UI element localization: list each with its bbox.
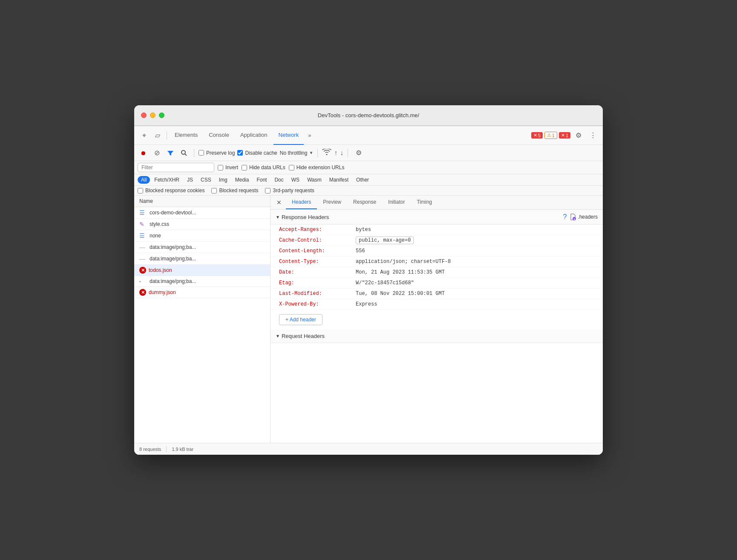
more-menu-button[interactable]: ⋮ [587, 129, 599, 142]
collapse-chevron[interactable]: ▼ [276, 215, 280, 219]
blocked-requests-checkbox[interactable] [211, 188, 217, 193]
clear-button[interactable]: ⊘ [151, 147, 162, 159]
request-headers-section: ▼ Request Headers [271, 329, 603, 343]
main-toolbar: ⌖ ▱ Elements Console Application Network… [134, 126, 603, 145]
type-css-button[interactable]: CSS [197, 176, 215, 184]
hide-data-checkbox[interactable] [242, 165, 247, 170]
section-header-left: ▼ Response Headers [276, 214, 329, 220]
header-name-cache-control: Cache-Control: [279, 237, 356, 243]
type-other-button[interactable]: Other [353, 176, 372, 184]
toolbar-right: ✕ 5 ⚠ 1 ✕ 1 ⚙ ⋮ [531, 129, 599, 142]
third-party-checkbox[interactable] [265, 188, 271, 193]
filter-input[interactable] [138, 163, 214, 172]
error-icon-5: ✕ [139, 267, 146, 274]
headers-file-text: .headers [578, 214, 598, 220]
type-ws-button[interactable]: WS [288, 176, 303, 184]
request-item-6[interactable]: ▪ data:image/png;ba... [134, 276, 270, 287]
preserve-log-label[interactable]: Preserve log [199, 150, 235, 156]
cursor-tool-button[interactable]: ⌖ [138, 129, 150, 142]
img-icon-4: — [139, 255, 147, 262]
maximize-button[interactable] [159, 113, 164, 118]
header-name-x-powered-by: X-Powered-By: [279, 301, 356, 307]
more-tabs-button[interactable]: » [305, 132, 314, 139]
tab-response[interactable]: Response [347, 196, 382, 209]
type-all-button[interactable]: All [138, 176, 150, 184]
upload-icon: ↑ [334, 149, 337, 157]
status-bar: 8 requests 1.9 kB trar [134, 443, 603, 455]
third-party-label[interactable]: 3rd-party requests [265, 188, 314, 193]
request-name-5: todos.json [149, 267, 265, 273]
close-button[interactable] [141, 113, 147, 118]
doc-icon-0: ☰ [139, 209, 147, 216]
request-item-4[interactable]: — data:image/png;ba... [134, 253, 270, 265]
hide-ext-label[interactable]: Hide extension URLs [289, 165, 345, 170]
tab-headers[interactable]: Headers [286, 196, 317, 209]
type-js-button[interactable]: JS [184, 176, 196, 184]
svg-text:●: ● [573, 218, 575, 220]
request-count: 8 requests [139, 447, 161, 452]
tab-application[interactable]: Application [235, 126, 273, 145]
request-item-0[interactable]: ☰ cors-demo-devtool... [134, 207, 270, 219]
tab-console[interactable]: Console [204, 126, 234, 145]
type-doc-button[interactable]: Doc [271, 176, 287, 184]
download-icon: ↓ [340, 149, 343, 157]
blocked-response-label[interactable]: Blocked response cookies [138, 188, 204, 193]
request-list-panel: Name ☰ cors-demo-devtool... ✎ style.css … [134, 196, 271, 443]
record-button[interactable]: ⏺ [138, 147, 149, 159]
search-button[interactable] [178, 147, 190, 159]
type-wasm-button[interactable]: Wasm [304, 176, 325, 184]
blocked-response-checkbox[interactable] [138, 188, 143, 193]
traffic-lights [141, 113, 164, 118]
request-item-5[interactable]: ✕ todos.json [134, 265, 270, 276]
filter-bar: Invert Hide data URLs Hide extension URL… [134, 161, 603, 174]
header-name-date: Date: [279, 269, 356, 275]
tab-initiator[interactable]: Initiator [382, 196, 411, 209]
invert-label[interactable]: Invert [218, 165, 238, 170]
blocked-response-text: Blocked response cookies [145, 188, 204, 193]
type-manifest-button[interactable]: Manifest [326, 176, 352, 184]
headers-file-link[interactable]: ● .headers [570, 214, 598, 220]
settings-button[interactable]: ⚙ [572, 129, 585, 142]
tab-timing[interactable]: Timing [411, 196, 438, 209]
help-icon[interactable]: ? [563, 213, 567, 221]
hide-ext-text: Hide extension URLs [297, 165, 345, 170]
transfer-size: 1.9 kB trar [172, 447, 193, 452]
titlebar: DevTools - cors-demo-devtools.glitch.me/ [134, 105, 603, 126]
hide-ext-checkbox[interactable] [289, 165, 294, 170]
header-name-content-type: Content-Type: [279, 259, 356, 265]
invert-checkbox[interactable] [218, 165, 223, 170]
header-name-content-length: Content-Length: [279, 248, 356, 254]
device-toolbar-button[interactable]: ▱ [151, 129, 164, 142]
type-media-button[interactable]: Media [232, 176, 253, 184]
disable-cache-label[interactable]: Disable cache [237, 150, 277, 156]
header-value-content-length: 556 [356, 248, 594, 254]
invert-text: Invert [225, 165, 238, 170]
req-collapse-chevron[interactable]: ▼ [276, 334, 280, 338]
type-font-button[interactable]: Font [253, 176, 270, 184]
disable-cache-checkbox[interactable] [237, 150, 243, 156]
request-item-3[interactable]: — data:image/png;ba... [134, 242, 270, 253]
network-toolbar: ⏺ ⊘ Preserve log Disable cache No thrott… [134, 145, 603, 161]
preserve-log-checkbox[interactable] [199, 150, 204, 156]
tab-elements[interactable]: Elements [170, 126, 203, 145]
tab-preview[interactable]: Preview [317, 196, 347, 209]
request-item-1[interactable]: ✎ style.css [134, 219, 270, 230]
header-value-date: Mon, 21 Aug 2023 11:53:35 GMT [356, 269, 594, 275]
minimize-button[interactable] [150, 113, 155, 118]
type-filter-bar: All Fetch/XHR JS CSS Img Media Font Doc … [134, 174, 603, 186]
filter-button[interactable] [165, 147, 176, 159]
type-img-button[interactable]: Img [216, 176, 231, 184]
request-item-7[interactable]: ✕ dummy.json [134, 287, 270, 298]
blocked-requests-label[interactable]: Blocked requests [211, 188, 258, 193]
type-fetch-button[interactable]: Fetch/XHR [151, 176, 183, 184]
header-row-cache-control: Cache-Control: public, max-age=0 [271, 235, 603, 246]
request-item-2[interactable]: ☰ none [134, 230, 270, 242]
tab-network[interactable]: Network [273, 126, 304, 145]
third-party-text: 3rd-party requests [273, 188, 314, 193]
close-panel-button[interactable]: ✕ [274, 197, 284, 208]
add-header-button[interactable]: + Add header [279, 314, 322, 325]
hide-data-label[interactable]: Hide data URLs [242, 165, 285, 170]
network-settings-button[interactable]: ⚙ [352, 147, 365, 159]
request-list: ☰ cors-demo-devtool... ✎ style.css ☰ non… [134, 207, 270, 443]
request-name-0: cors-demo-devtool... [150, 210, 265, 216]
